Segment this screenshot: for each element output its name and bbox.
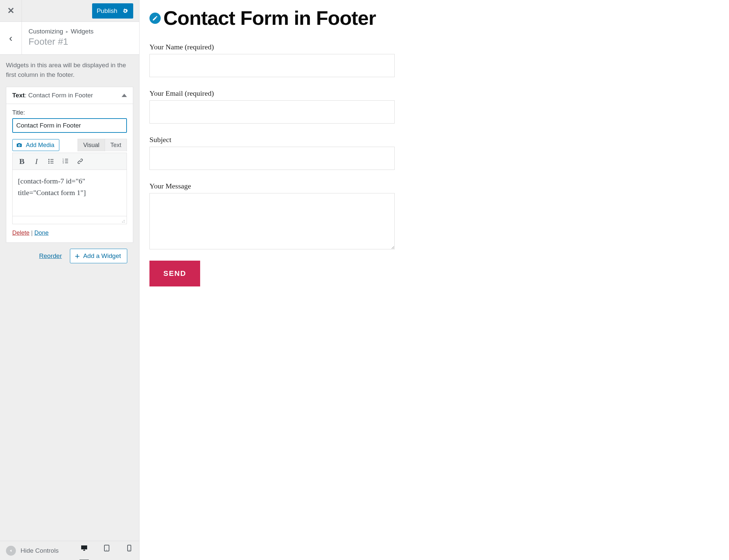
- title-field-label: Title:: [12, 109, 127, 116]
- add-media-label: Add Media: [26, 142, 54, 149]
- widget-name: Contact Form in Footer: [28, 92, 93, 99]
- section-header: ‹ Customizing ▸ Widgets Footer #1: [0, 22, 139, 55]
- editor-resize-handle[interactable]: [12, 216, 127, 224]
- mobile-icon: [125, 544, 133, 552]
- name-label: Your Name (required): [149, 43, 395, 51]
- preview-pane: Contact Form in Footer Your Name (requir…: [139, 0, 729, 560]
- separator: |: [31, 229, 34, 236]
- numbered-list-icon: 123: [62, 158, 69, 165]
- plus-icon: +: [75, 252, 80, 260]
- svg-rect-11: [65, 163, 68, 163]
- link-icon: [77, 158, 84, 165]
- svg-text:3: 3: [63, 162, 64, 164]
- email-label: Your Email (required): [149, 89, 395, 98]
- tablet-icon: [103, 544, 111, 552]
- grip-icon: [120, 218, 125, 223]
- contact-form: Your Name (required) Your Email (require…: [149, 43, 395, 286]
- collapse-controls-button[interactable]: [6, 546, 16, 556]
- close-icon: ✕: [7, 6, 15, 16]
- italic-icon: I: [35, 157, 38, 166]
- breadcrumb-root: Customizing: [28, 28, 63, 35]
- message-textarea[interactable]: [149, 193, 395, 249]
- reorder-link[interactable]: Reorder: [39, 252, 62, 260]
- svg-point-2: [48, 163, 50, 164]
- svg-rect-9: [65, 159, 68, 160]
- delete-widget-link[interactable]: Delete: [12, 229, 29, 236]
- publish-button[interactable]: Publish: [92, 3, 133, 19]
- svg-rect-5: [50, 163, 53, 164]
- send-button[interactable]: SEND: [149, 261, 200, 286]
- back-button[interactable]: ‹: [0, 22, 22, 54]
- customizer-footer: Hide Controls: [0, 541, 139, 560]
- hide-controls-label[interactable]: Hide Controls: [21, 547, 59, 554]
- customizer-panel: ✕ Publish ‹ Customizing ▸ Widgets Footer…: [0, 0, 139, 560]
- email-input[interactable]: [149, 100, 395, 124]
- widget-panel: Text: Contact Form in Footer Title: Add …: [6, 87, 133, 243]
- subject-label: Subject: [149, 135, 395, 144]
- name-input[interactable]: [149, 54, 395, 77]
- pencil-icon: [152, 15, 158, 21]
- edit-shortcut-button[interactable]: [149, 13, 161, 24]
- chevron-right-icon: ▸: [66, 29, 68, 34]
- section-description: Widgets in this area will be displayed i…: [6, 61, 133, 79]
- add-media-button[interactable]: Add Media: [12, 139, 59, 151]
- svg-rect-4: [50, 161, 53, 162]
- device-desktop-button[interactable]: [80, 544, 88, 557]
- camera-icon: [16, 142, 23, 148]
- tab-text[interactable]: Text: [105, 139, 127, 151]
- widget-colon: :: [25, 92, 28, 99]
- editor-toolbar: B I 123: [12, 153, 127, 170]
- page-title: Contact Form in Footer: [163, 7, 376, 29]
- done-link[interactable]: Done: [34, 229, 49, 236]
- svg-rect-3: [50, 159, 53, 160]
- bullet-list-button[interactable]: [45, 155, 57, 167]
- subject-input[interactable]: [149, 147, 395, 170]
- add-widget-label: Add a Widget: [83, 252, 121, 260]
- desktop-icon: [80, 544, 88, 552]
- svg-rect-10: [65, 161, 68, 161]
- triangle-left-icon: [9, 548, 13, 553]
- svg-point-0: [48, 159, 50, 160]
- gear-icon: [122, 8, 129, 14]
- chevron-left-icon: ‹: [9, 32, 13, 44]
- device-mobile-button[interactable]: [125, 544, 133, 557]
- tab-visual[interactable]: Visual: [78, 139, 105, 151]
- bold-icon: B: [19, 157, 25, 166]
- breadcrumb-item[interactable]: Widgets: [71, 28, 94, 35]
- widget-title-input[interactable]: [12, 118, 127, 133]
- editor-content[interactable]: [contact-form-7 id="6" title="Contact fo…: [12, 170, 127, 216]
- device-tablet-button[interactable]: [103, 544, 111, 557]
- section-title: Footer #1: [28, 36, 132, 47]
- svg-point-15: [129, 550, 130, 550]
- numbered-list-button[interactable]: 123: [60, 155, 72, 167]
- add-widget-button[interactable]: + Add a Widget: [70, 249, 127, 263]
- bullet-list-icon: [47, 158, 55, 165]
- svg-point-1: [48, 161, 50, 162]
- close-customizer-button[interactable]: ✕: [0, 0, 22, 22]
- italic-button[interactable]: I: [30, 155, 42, 167]
- svg-point-13: [106, 550, 107, 550]
- widget-type-label: Text: [12, 92, 25, 99]
- editor-mode-tabs: Visual Text: [78, 139, 127, 151]
- caret-up-icon: [122, 94, 127, 97]
- widget-toggle[interactable]: Text: Contact Form in Footer: [6, 87, 133, 104]
- link-button[interactable]: [74, 155, 86, 167]
- customizer-header: ✕ Publish: [0, 0, 139, 22]
- publish-label: Publish: [97, 7, 117, 15]
- bold-button[interactable]: B: [16, 155, 28, 167]
- message-label: Your Message: [149, 182, 395, 190]
